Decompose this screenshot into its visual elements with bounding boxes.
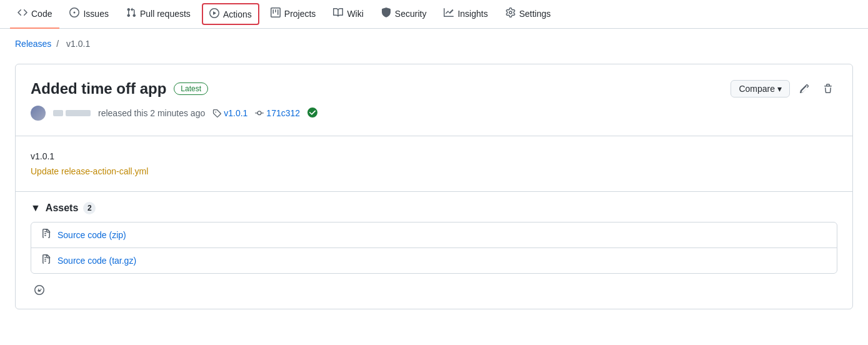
- nav-label-actions: Actions: [223, 9, 252, 19]
- nav-item-settings[interactable]: Settings: [498, 0, 559, 29]
- release-tag: v1.0.1: [212, 108, 247, 118]
- asset-label-zip: Source code (zip): [57, 230, 126, 240]
- nav-label-security: Security: [395, 9, 427, 19]
- smiley-icon: [34, 285, 44, 295]
- pencil-icon: [799, 84, 809, 94]
- list-item: Source code (zip): [31, 222, 837, 248]
- assets-triangle-icon: ▼: [31, 202, 41, 214]
- release-header: Added time off app Latest Compare ▾: [16, 64, 852, 136]
- targz-file-icon: [41, 254, 51, 267]
- security-icon: [381, 8, 391, 19]
- author-blur: [53, 110, 63, 116]
- zip-file-icon: [41, 229, 51, 241]
- latest-badge: Latest: [174, 82, 208, 95]
- nav-item-code[interactable]: Code: [10, 0, 59, 29]
- breadcrumb-parent-link[interactable]: Releases: [15, 39, 51, 49]
- avatar: [31, 106, 46, 121]
- issues-icon: [69, 8, 79, 19]
- source-code-targz-link[interactable]: Source code: [57, 256, 107, 266]
- nav-label-code: Code: [31, 9, 52, 19]
- nav-item-issues[interactable]: Issues: [62, 0, 116, 29]
- nav-label-pull-requests: Pull requests: [140, 9, 191, 19]
- pull-requests-icon: [126, 8, 136, 19]
- nav-item-pull-requests[interactable]: Pull requests: [119, 0, 198, 29]
- wiki-icon: [333, 8, 343, 19]
- breadcrumb-current: v1.0.1: [66, 39, 90, 49]
- settings-icon: [506, 8, 516, 19]
- breadcrumb: Releases / v1.0.1: [0, 29, 868, 54]
- nav-label-settings: Settings: [519, 9, 551, 19]
- projects-icon: [271, 8, 281, 19]
- release-card: Added time off app Latest Compare ▾: [15, 64, 853, 309]
- edit-button[interactable]: [795, 79, 814, 98]
- release-version: v1.0.1: [31, 151, 837, 161]
- asset-type-zip: (zip): [109, 230, 126, 240]
- assets-section: ▼ Assets 2 Source code (zip): [16, 192, 852, 309]
- asset-type-targz: (tar.gz): [109, 256, 137, 266]
- nav-label-issues: Issues: [83, 9, 108, 19]
- release-title-row: Added time off app Latest Compare ▾: [31, 79, 837, 98]
- emoji-reaction-button[interactable]: [31, 281, 48, 299]
- release-commit: 171c312: [255, 108, 300, 118]
- top-navigation: Code Issues Pull requests Actions Projec…: [0, 0, 868, 29]
- nav-label-projects: Projects: [284, 9, 316, 19]
- trash-icon: [823, 84, 833, 94]
- assets-header[interactable]: ▼ Assets 2: [31, 202, 837, 214]
- release-meta: released this 2 minutes ago v1.0.1 171c3…: [31, 106, 837, 121]
- released-text: released this 2 minutes ago: [98, 108, 205, 118]
- delete-button[interactable]: [819, 79, 837, 98]
- check-circle-icon: [307, 108, 317, 119]
- nav-item-actions[interactable]: Actions: [202, 3, 259, 25]
- chevron-down-icon: ▾: [777, 84, 782, 94]
- list-item: Source code (tar.gz): [31, 248, 837, 273]
- author-blur2: [66, 110, 91, 116]
- nav-item-security[interactable]: Security: [374, 0, 434, 29]
- nav-item-wiki[interactable]: Wiki: [326, 0, 371, 29]
- nav-label-insights: Insights: [457, 9, 487, 19]
- compare-button[interactable]: Compare ▾: [731, 80, 790, 98]
- assets-count: 2: [83, 202, 96, 214]
- actions-icon: [209, 8, 219, 20]
- release-note: Update release-action-call.yml: [31, 166, 837, 176]
- commit-icon: [255, 109, 264, 118]
- assets-title: Assets: [46, 202, 78, 214]
- release-actions: Compare ▾: [731, 79, 837, 98]
- compare-label: Compare: [739, 84, 775, 94]
- tag-icon: [212, 109, 221, 118]
- commit-hash[interactable]: 171c312: [266, 108, 300, 118]
- author-placeholder: [53, 110, 91, 116]
- insights-icon: [444, 8, 454, 19]
- nav-item-insights[interactable]: Insights: [436, 0, 495, 29]
- tag-name[interactable]: v1.0.1: [224, 108, 247, 118]
- nav-item-projects[interactable]: Projects: [263, 0, 324, 29]
- release-title: Added time off app: [31, 80, 166, 98]
- source-code-zip-link[interactable]: Source code: [57, 230, 107, 240]
- asset-label-targz: Source code (tar.gz): [57, 256, 136, 266]
- release-body: v1.0.1 Update release-action-call.yml: [16, 136, 852, 192]
- main-content: Added time off app Latest Compare ▾: [0, 54, 868, 319]
- nav-label-wiki: Wiki: [347, 9, 363, 19]
- release-title-left: Added time off app Latest: [31, 80, 208, 98]
- code-icon: [17, 8, 27, 19]
- breadcrumb-separator: /: [56, 39, 59, 49]
- assets-list: Source code (zip) Source code (tar.gz): [31, 222, 837, 274]
